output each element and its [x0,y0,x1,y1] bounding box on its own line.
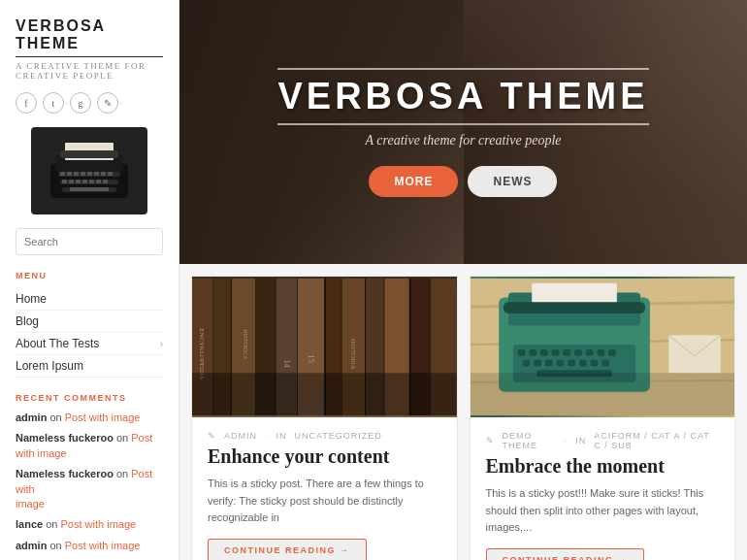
comment-link-4[interactable]: Post with image [61,518,137,530]
svg-rect-71 [522,360,530,367]
svg-rect-67 [574,349,582,356]
svg-rect-13 [101,172,106,176]
pencil-icon[interactable]: ✎ [97,92,118,114]
post-1-author: ADMIN [224,431,257,441]
sidebar-logo-subtitle: A CREATIVE THEME FOR CREATIVE PEOPLE [16,61,163,81]
main-content: VERBOSA THEME A creative theme for creat… [179,0,747,560]
post-2-continue-button[interactable]: CONTINUE READING → [486,548,645,560]
post-card-2: ✎ DEMO THEME · IN ACIFORM / CAT A / CAT … [470,276,736,560]
sidebar-logo-title: VERBOSA THEME [16,17,163,57]
post-card-1-image: ENCYKLOPEDJA HISTORICA 14 15 HISTORIA [192,277,457,417]
svg-rect-9 [74,172,79,176]
svg-rect-72 [534,360,541,367]
svg-rect-64 [540,349,548,356]
post-2-category: ACIFORM / CAT A / CAT C / SUB [594,431,719,450]
svg-text:15: 15 [307,354,316,363]
hero-title: VERBOSA THEME [277,68,648,125]
svg-text:HISTORIA: HISTORIA [350,339,357,370]
post-card-2-body: ✎ DEMO THEME · IN ACIFORM / CAT A / CAT … [471,417,735,560]
hero-more-button[interactable]: MORE [369,166,458,197]
menu-item-blog[interactable]: Blog [16,311,163,333]
sidebar-typewriter-image [31,127,147,214]
post-1-category: UNCATEGORIZED [295,431,382,441]
svg-rect-65 [551,349,559,356]
svg-rect-63 [529,349,536,356]
svg-rect-68 [585,349,593,356]
post-2-in: IN [575,436,586,445]
svg-text:14: 14 [282,360,291,368]
svg-rect-52 [192,373,457,415]
menu-item-home[interactable]: Home [16,288,163,311]
menu-section-label: MENU [16,271,163,280]
svg-rect-3 [60,150,118,158]
twitter-icon[interactable]: t [43,92,64,114]
svg-rect-66 [563,349,570,356]
svg-rect-69 [597,349,604,356]
hero-news-button[interactable]: NEWS [468,166,557,197]
comment-item: admin on Post with image [16,539,163,553]
svg-rect-70 [608,349,616,356]
sidebar: VERBOSA THEME A CREATIVE THEME FOR CREAT… [0,0,179,560]
svg-rect-11 [87,172,92,176]
svg-rect-60 [503,302,645,313]
post-card-1-title: Enhance your content [208,445,441,468]
svg-rect-78 [601,360,609,367]
comment-item: admin on Post with image [16,411,163,425]
svg-rect-12 [94,172,99,176]
svg-rect-14 [108,172,113,176]
svg-rect-62 [517,349,525,356]
svg-rect-20 [96,180,101,183]
svg-rect-75 [568,360,575,367]
svg-rect-17 [76,180,81,183]
post-card-1-body: ✎ ADMIN · IN UNCATEGORIZED Enhance your … [192,417,457,560]
comment-item: Nameless fuckeroo on Post withimage [16,467,163,511]
post-card-2-title: Embrace the moment [486,454,720,478]
svg-rect-77 [590,360,598,367]
svg-rect-74 [556,360,564,367]
facebook-icon[interactable]: f [16,92,37,114]
post-card-1-excerpt: This is a sticky post. There are a few t… [208,476,441,527]
sidebar-comments: admin on Post with image Nameless fucker… [16,411,163,553]
post-1-continue-button[interactable]: CONTINUE READING → [208,539,367,560]
posts-grid: ENCYKLOPEDJA HISTORICA 14 15 HISTORIA ✎ … [179,264,747,560]
svg-rect-15 [62,180,67,183]
svg-rect-7 [60,172,65,176]
post-1-author-icon: ✎ [208,431,216,441]
post-card-1: ENCYKLOPEDJA HISTORICA 14 15 HISTORIA ✎ … [191,276,458,560]
svg-rect-73 [544,360,552,367]
hero-content: VERBOSA THEME A creative theme for creat… [277,68,648,197]
svg-rect-83 [471,373,735,415]
svg-text:HISTORICA: HISTORICA [243,330,248,361]
svg-rect-8 [67,172,72,176]
social-icons: f t g ✎ [16,92,163,114]
comments-section-label: RECENT COMMENTS [16,393,163,403]
hero-subtitle: A creative theme for creative people [277,133,648,148]
svg-rect-21 [103,180,108,183]
svg-rect-16 [69,180,74,183]
svg-rect-10 [81,172,85,176]
post-card-2-image [471,277,735,417]
menu-item-about[interactable]: About The Tests› [16,333,163,355]
post-card-1-meta: ✎ ADMIN · IN UNCATEGORIZED [208,431,441,441]
post-1-in: IN [276,431,287,441]
svg-rect-18 [82,180,87,183]
sidebar-menu: Home Blog About The Tests› Lorem Ipsum [16,288,163,378]
post-2-author: DEMO THEME [503,431,557,450]
comment-link-1[interactable]: Post with image [65,412,141,423]
comment-item: lance on Post with image [16,517,163,532]
comment-link-5[interactable]: Post with image [65,540,141,551]
post-card-2-excerpt: This is a sticky post!!! Make sure it st… [486,485,720,537]
svg-rect-19 [89,180,94,183]
search-input[interactable] [16,230,163,253]
svg-rect-22 [70,187,109,191]
svg-rect-76 [578,360,586,367]
menu-item-lorem[interactable]: Lorem Ipsum [16,355,163,378]
post-2-author-icon: ✎ [486,436,495,445]
hero-section: VERBOSA THEME A creative theme for creat… [179,0,747,264]
post-card-2-meta: ✎ DEMO THEME · IN ACIFORM / CAT A / CAT … [486,431,720,450]
search-bar: 🔍 [16,228,163,255]
googleplus-icon[interactable]: g [70,92,91,114]
hero-buttons: MORE NEWS [277,166,648,197]
comment-item: Nameless fuckeroo on Post with image [16,431,163,461]
svg-text:ENCYKLOPEDJA: ENCYKLOPEDJA [199,328,206,379]
